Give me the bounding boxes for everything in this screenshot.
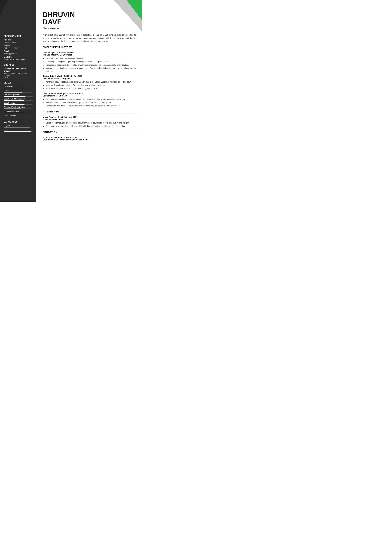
bullet: Analysed & manipulated data in Excel, an…	[45, 84, 136, 87]
jobs-list: Data Analyst | Jul 2021 - Present The Bi…	[43, 51, 136, 107]
phone-label: Phone	[4, 44, 33, 47]
skill-name: Data Collection	[4, 102, 33, 104]
name-block: DHRUVIN DAVE	[43, 11, 136, 26]
skill-bar-bg	[4, 104, 33, 105]
job-title-line: Data Analyst | Jul 2021 - Present	[43, 51, 136, 54]
job-bullets: Performed statistical tests on large dat…	[43, 98, 136, 107]
skill-item: Data Management	[4, 94, 33, 97]
course-institute: Indian Institute Of Technology Bombay	[4, 73, 33, 76]
education-entry: B. Tech in Computer Science | 2016 Birla…	[43, 136, 136, 141]
linkedin-label: LinkedIn	[4, 56, 33, 58]
personal-info-heading: PERSONAL INFO	[4, 35, 33, 37]
internship-title-line: Intern Analyst | Sep 2015 - Mar 2016	[43, 116, 136, 118]
skill-bar-bg	[4, 113, 33, 113]
skills-heading: SKILLS	[4, 82, 33, 84]
main-content: DHRUVIN DAVE Data Analyst A proficient d…	[36, 0, 142, 202]
skill-bar-fill	[4, 117, 22, 117]
job-entry: Data Analyst | Jul 2021 - Present The Bi…	[43, 51, 136, 73]
skill-name: Python	[4, 90, 33, 92]
internship-bullets: Collected, cleaned, and preprocessed dat…	[43, 122, 136, 128]
bullet: Performed statistical tests on large dat…	[45, 98, 136, 101]
job-bullets: Performed detailed data analysis using S…	[43, 80, 136, 90]
language-item: English	[4, 125, 33, 127]
phone-value: +91-9876543210	[4, 47, 33, 49]
internships-heading: INTERNSHIPS	[43, 110, 136, 113]
skills-list: Data Analysis Python Data Management Dat…	[4, 86, 33, 117]
skill-bar-bg	[4, 96, 33, 97]
skill-item: Python	[4, 90, 33, 93]
courses-heading: COURSES	[4, 64, 33, 66]
languages-list: English Hindi	[4, 125, 33, 132]
name-line1: DHRUVIN	[43, 11, 136, 18]
job-company: Stark Industries, Gurgaon	[43, 95, 136, 97]
address-label: Address	[4, 39, 33, 41]
job-company: Hammer Industries, Gurgaon	[43, 77, 136, 80]
sidebar-deco	[0, 0, 8, 16]
linkedin-link[interactable]: www.linkedin.com/in/dhruv	[4, 58, 25, 60]
bullet: Collected, cleaned, and preprocessed dat…	[45, 122, 136, 124]
language-bar-fill	[4, 127, 30, 127]
internships-divider	[43, 114, 136, 114]
course-year: 2015	[4, 76, 33, 78]
skill-bar-bg	[4, 92, 33, 93]
internship-company: Trim Industries, Noida	[43, 118, 136, 121]
bullet: Providing quality assurance of imported …	[45, 57, 136, 60]
education-heading: EDUCATION	[43, 131, 136, 133]
employment-divider	[43, 49, 136, 50]
personal-info-section: PERSONAL INFO Address Gurgaon, India Pho…	[4, 35, 33, 60]
email-label: Email	[4, 50, 33, 52]
name-line2: DAVE	[43, 18, 136, 26]
summary: A proficient data analyst with experienc…	[43, 33, 136, 43]
internships-section: INTERNSHIPS Intern Analyst | Sep 2015 - …	[43, 110, 136, 128]
skill-bar-fill	[4, 96, 25, 97]
job-bullets: Providing quality assurance of imported …	[43, 57, 136, 73]
job-title-line: Junior Data Analyst | Jul 2018 - Jun 202…	[43, 75, 136, 77]
skill-bar-fill	[4, 92, 22, 93]
address-value: Gurgaon, India	[4, 41, 33, 43]
education-list: B. Tech in Computer Science | 2016 Birla…	[43, 136, 136, 141]
languages-heading: LANGUAGES	[4, 121, 33, 123]
language-item: Hindi	[4, 129, 33, 132]
bullet: Managing and designing the reporting env…	[45, 64, 136, 66]
email-value: dhruv@gmail.com	[4, 53, 33, 55]
sidebar: PERSONAL INFO Address Gurgaon, India Pho…	[0, 0, 36, 202]
language-bar-bg	[4, 127, 33, 127]
language-bar-bg	[4, 131, 33, 132]
languages-section: LANGUAGES English Hindi	[4, 121, 33, 132]
courses-section: COURSES Maintaining Data and it's integr…	[4, 64, 33, 78]
skill-name: Data Warehousing	[4, 110, 33, 112]
bullet: Assisted with various aspects of the dat…	[45, 87, 136, 90]
skill-item: Data Analysis	[4, 86, 33, 88]
employment-section: EMPLOYMENT HISTORY Data Analyst | Jul 20…	[43, 46, 136, 107]
skill-name: Statistical Analysis System	[4, 106, 33, 108]
language-bar-fill	[4, 131, 31, 132]
bullet: Collecting, entering and organizing, cle…	[45, 60, 136, 63]
education-section: EDUCATION B. Tech in Computer Science | …	[43, 131, 136, 141]
skill-item: Data Collection	[4, 102, 33, 105]
skills-section: SKILLS Data Analysis Python Data Managem…	[4, 82, 33, 117]
bullet: Performed exploratory data analysis and …	[45, 125, 136, 128]
skill-bar-fill	[4, 109, 21, 109]
internship-entry: Intern Analyst | Sep 2015 - Mar 2016 Tri…	[43, 116, 136, 128]
skill-bar-bg	[4, 100, 33, 101]
skill-item: Statistical Analysis System	[4, 106, 33, 109]
skill-name: Trend Spotting	[4, 114, 33, 116]
bullet: Performed detailed data analysis using S…	[45, 80, 136, 83]
job-title: Data Analyst	[43, 27, 136, 30]
skill-bar-fill	[4, 104, 24, 105]
edu-degree: B. Tech in Computer Science | 2016	[43, 136, 136, 139]
skill-bar-fill	[4, 100, 24, 101]
skill-item: Data Warehousing	[4, 110, 33, 113]
employment-heading: EMPLOYMENT HISTORY	[43, 46, 136, 48]
resume-page: PERSONAL INFO Address Gurgaon, India Pho…	[0, 0, 142, 202]
skill-bar-bg	[4, 109, 33, 109]
linkedin-value[interactable]: www.linkedin.com/in/dhruv	[4, 58, 33, 60]
education-divider	[43, 134, 136, 134]
skill-name: Data Management	[4, 94, 33, 96]
language-name: English	[4, 125, 33, 126]
skill-bar-bg	[4, 117, 33, 117]
skill-bar-bg	[4, 88, 33, 88]
job-entry: Junior Data Analyst | Jul 2018 - Jun 202…	[43, 75, 136, 90]
skill-name: Data Analysis	[4, 86, 33, 88]
job-entry: Data Quality Analyst | Apr 2016 - Jun 20…	[43, 92, 136, 107]
